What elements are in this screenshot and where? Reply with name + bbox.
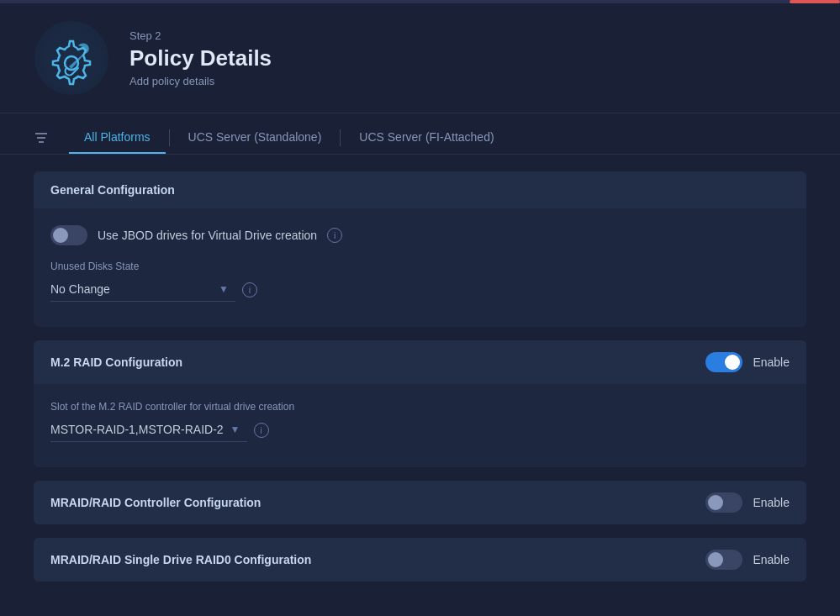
m2-raid-slider	[705, 352, 742, 372]
jbod-toggle-row: Use JBOD drives for Virtual Drive creati…	[50, 225, 790, 245]
m2-slot-value: MSTOR-RAID-1,MSTOR-RAID-2	[50, 423, 224, 436]
m2-raid-body: Slot of the M.2 RAID controller for virt…	[34, 384, 806, 467]
tabs-area: All Platforms UCS Server (Standalone) UC…	[0, 113, 840, 155]
m2-slot-select-row: MSTOR-RAID-1,MSTOR-RAID-2 ▼ i	[50, 418, 790, 442]
mraid-single-drive-slider	[705, 550, 742, 570]
mraid-controller-enable-label: Enable	[753, 496, 790, 509]
unused-disks-value: No Change	[50, 282, 212, 296]
mraid-controller-header: MRAID/RAID Controller Configuration Enab…	[34, 481, 806, 524]
m2-slot-chevron-icon: ▼	[230, 424, 240, 435]
page-container: Step 2 Policy Details Add policy details…	[0, 0, 840, 616]
main-content: General Configuration Use JBOD drives fo…	[0, 155, 840, 612]
unused-disks-select[interactable]: No Change ▼	[50, 277, 235, 302]
general-config-body: Use JBOD drives for Virtual Drive creati…	[34, 208, 806, 327]
filter-icon	[34, 130, 49, 145]
jbod-info-icon[interactable]: i	[327, 228, 342, 243]
tab-all-platforms[interactable]: All Platforms	[69, 122, 166, 154]
unused-disks-info-icon[interactable]: i	[242, 282, 257, 297]
general-config-header: General Configuration	[34, 171, 806, 208]
m2-slot-label: Slot of the M.2 RAID controller for virt…	[50, 401, 790, 413]
tab-ucs-fi-attached[interactable]: UCS Server (FI-Attached)	[344, 122, 509, 154]
mraid-controller-header-right: Enable	[705, 492, 790, 513]
tab-ucs-standalone[interactable]: UCS Server (Standalone)	[173, 122, 337, 154]
unused-disks-select-row: No Change ▼ i	[50, 277, 790, 302]
unused-disks-group: Unused Disks State No Change ▼ i	[50, 261, 790, 302]
m2-raid-enable-label: Enable	[753, 355, 790, 369]
step-header: Step 2 Policy Details Add policy details	[0, 3, 840, 113]
jbod-slider	[50, 225, 87, 245]
mraid-controller-toggle-switch[interactable]	[705, 492, 742, 513]
m2-raid-header: M.2 RAID Configuration Enable	[34, 340, 806, 384]
m2-raid-card: M.2 RAID Configuration Enable Slot of th…	[34, 340, 806, 467]
step-number: Step 2	[129, 29, 272, 42]
mraid-single-drive-toggle-switch[interactable]	[705, 550, 742, 570]
mraid-single-drive-card: MRAID/RAID Single Drive RAID0 Configurat…	[34, 538, 806, 582]
general-config-title: General Configuration	[50, 183, 175, 197]
jbod-toggle-switch[interactable]	[50, 225, 87, 245]
top-progress-bar	[0, 0, 840, 3]
step-icon	[34, 20, 109, 96]
top-progress-fill	[790, 0, 840, 3]
m2-slot-select[interactable]: MSTOR-RAID-1,MSTOR-RAID-2 ▼	[50, 418, 247, 442]
mraid-single-drive-enable-label: Enable	[753, 553, 790, 566]
jbod-label: Use JBOD drives for Virtual Drive creati…	[98, 229, 317, 242]
mraid-controller-slider	[705, 492, 742, 513]
m2-slot-info-icon[interactable]: i	[254, 423, 269, 438]
mraid-single-drive-title: MRAID/RAID Single Drive RAID0 Configurat…	[50, 553, 311, 566]
tab-separator-2	[340, 129, 341, 146]
step-info: Step 2 Policy Details Add policy details	[129, 29, 272, 87]
unused-disks-chevron-icon: ▼	[219, 283, 229, 295]
mraid-single-drive-header-right: Enable	[705, 550, 790, 570]
m2-raid-toggle-switch[interactable]	[705, 352, 742, 372]
filter-button[interactable]	[34, 124, 62, 152]
unused-disks-label: Unused Disks State	[50, 261, 790, 272]
general-config-card: General Configuration Use JBOD drives fo…	[34, 171, 806, 327]
step-title: Policy Details	[129, 45, 272, 71]
m2-raid-header-right: Enable	[705, 352, 790, 372]
mraid-controller-title: MRAID/RAID Controller Configuration	[50, 496, 261, 509]
mraid-controller-card: MRAID/RAID Controller Configuration Enab…	[34, 481, 806, 524]
tab-separator-1	[169, 129, 170, 146]
m2-raid-title: M.2 RAID Configuration	[50, 355, 182, 369]
mraid-single-drive-header: MRAID/RAID Single Drive RAID0 Configurat…	[34, 538, 806, 582]
m2-slot-group: Slot of the M.2 RAID controller for virt…	[50, 401, 790, 442]
step-subtitle: Add policy details	[129, 75, 272, 87]
